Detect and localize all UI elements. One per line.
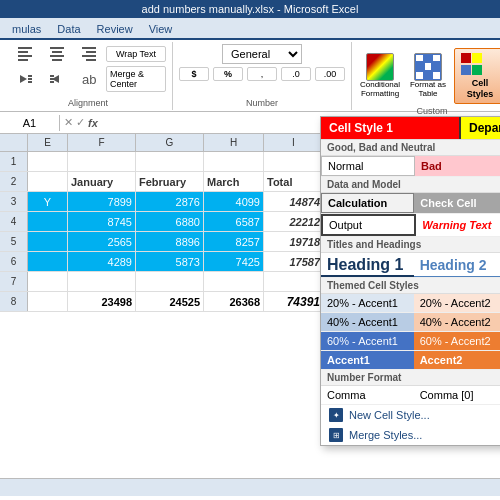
col-header-F[interactable]: F xyxy=(68,134,136,151)
merge-styles-link[interactable]: ⊞ Merge Styles... xyxy=(321,425,500,445)
dp-check-cell-item[interactable]: Check Cell xyxy=(414,193,500,213)
tab-formulas[interactable]: mulas xyxy=(4,20,49,38)
cell-f8[interactable]: 23498 xyxy=(68,292,136,311)
cell-f4[interactable]: 8745 xyxy=(68,212,136,231)
dp-accent2-item[interactable]: Accent2 xyxy=(414,351,500,369)
dp-row-data-model: Calculation Check Cell Ex xyxy=(321,193,500,214)
cell-h4[interactable]: 6587 xyxy=(204,212,264,231)
cell-f5[interactable]: 2565 xyxy=(68,232,136,251)
cell-i2[interactable]: Total xyxy=(264,172,324,191)
dp-40acc1-item[interactable]: 40% - Accent1 xyxy=(321,313,414,331)
cell-h3[interactable]: 4099 xyxy=(204,192,264,211)
department-item[interactable]: Department xyxy=(461,117,500,139)
align-right-btn[interactable] xyxy=(74,44,104,64)
currency-btn[interactable]: $ xyxy=(179,67,209,81)
tab-view[interactable]: View xyxy=(141,20,181,38)
increase-decimal-btn[interactable]: .00 xyxy=(315,67,345,81)
dp-60acc2-item[interactable]: 60% - Accent2 xyxy=(414,332,500,350)
alignment-label: Alignment xyxy=(68,96,108,108)
cell-i3[interactable]: 14874 xyxy=(264,192,324,211)
insert-function-icon[interactable]: fx xyxy=(88,117,98,129)
dp-60acc1-item[interactable]: 60% - Accent1 xyxy=(321,332,414,350)
merge-center-btn[interactable]: Merge & Center xyxy=(106,66,166,92)
cell-style1-item[interactable]: Cell Style 1 xyxy=(321,117,461,139)
dp-bad-item[interactable]: Bad xyxy=(415,156,500,176)
cell-f2[interactable]: January xyxy=(68,172,136,191)
dp-normal-item[interactable]: Normal xyxy=(321,156,415,176)
cell-i1[interactable] xyxy=(264,152,324,171)
percent-btn[interactable]: % xyxy=(213,67,243,81)
confirm-formula-icon[interactable]: ✓ xyxy=(76,116,85,129)
comma-btn[interactable]: , xyxy=(247,67,277,81)
cell-f6[interactable]: 4289 xyxy=(68,252,136,271)
cell-e6[interactable] xyxy=(28,252,68,271)
cell-e4[interactable] xyxy=(28,212,68,231)
dp-heading1-item[interactable]: Heading 1 xyxy=(321,253,414,277)
tab-data[interactable]: Data xyxy=(49,20,88,38)
dp-accent1-item[interactable]: Accent1 xyxy=(321,351,414,369)
cell-h7[interactable] xyxy=(204,272,264,291)
cell-e7[interactable] xyxy=(28,272,68,291)
dp-comma0-item[interactable]: Comma [0] xyxy=(414,386,500,404)
col-header-I[interactable]: I xyxy=(264,134,324,151)
alignment-group: Wrap Text ab Merge & Center Alignment xyxy=(4,42,173,110)
cell-e3[interactable]: Y xyxy=(28,192,68,211)
col-header-G[interactable]: G xyxy=(136,134,204,151)
cell-g4[interactable]: 6880 xyxy=(136,212,204,231)
cell-h2[interactable]: March xyxy=(204,172,264,191)
cell-i7[interactable] xyxy=(264,272,324,291)
cell-f1[interactable] xyxy=(68,152,136,171)
decrease-decimal-btn[interactable]: .0 xyxy=(281,67,311,81)
cell-i4[interactable]: 22212 xyxy=(264,212,324,231)
dp-calculation-item[interactable]: Calculation xyxy=(321,193,414,213)
align-center-btn[interactable] xyxy=(42,44,72,64)
dp-output-item[interactable]: Output xyxy=(321,214,416,236)
dp-20acc2-item[interactable]: 20% - Accent2 xyxy=(414,294,500,312)
cancel-formula-icon[interactable]: ✕ xyxy=(64,116,73,129)
dp-warning-text-item[interactable]: Warning Text xyxy=(416,214,500,236)
cell-h6[interactable]: 7425 xyxy=(204,252,264,271)
cell-e5[interactable] xyxy=(28,232,68,251)
cell-e1[interactable] xyxy=(28,152,68,171)
cell-h1[interactable] xyxy=(204,152,264,171)
align-top-left-btn[interactable] xyxy=(10,44,40,64)
dp-heading2-item[interactable]: Heading 2 xyxy=(414,253,500,277)
text-direction-btn[interactable]: ab xyxy=(74,69,104,89)
name-box[interactable]: A1 xyxy=(0,115,60,131)
cell-i8[interactable]: 74391 xyxy=(264,292,324,311)
cell-i6[interactable]: 17587 xyxy=(264,252,324,271)
tab-review[interactable]: Review xyxy=(89,20,141,38)
col-header-E[interactable]: E xyxy=(28,134,68,151)
col-header-H[interactable]: H xyxy=(204,134,264,151)
cell-g7[interactable] xyxy=(136,272,204,291)
cell-styles-btn[interactable]: Cell Styles xyxy=(454,48,500,104)
cell-g1[interactable] xyxy=(136,152,204,171)
cell-e8[interactable] xyxy=(28,292,68,311)
cell-g5[interactable]: 8896 xyxy=(136,232,204,251)
cell-e2[interactable] xyxy=(28,172,68,191)
cell-styles-label: Cell Styles xyxy=(467,78,494,99)
wrap-text-btn[interactable]: Wrap Text xyxy=(106,46,166,62)
format-table-label: Format as Table xyxy=(409,81,447,99)
format-as-table-btn[interactable]: Format as Table xyxy=(406,51,450,101)
cell-g2[interactable]: February xyxy=(136,172,204,191)
dp-40acc2-item[interactable]: 40% - Accent2 xyxy=(414,313,500,331)
cell-g3[interactable]: 2876 xyxy=(136,192,204,211)
merge-center-label: Merge & Center xyxy=(110,69,162,89)
cell-h5[interactable]: 8257 xyxy=(204,232,264,251)
indent-less-btn[interactable] xyxy=(10,69,40,89)
dp-comma-item[interactable]: Comma xyxy=(321,386,414,404)
cell-f7[interactable] xyxy=(68,272,136,291)
cell-i5[interactable]: 19718 xyxy=(264,232,324,251)
conditional-formatting-btn[interactable]: Conditional Formatting xyxy=(358,51,402,101)
indent-more-btn[interactable] xyxy=(42,69,72,89)
number-format-dropdown[interactable]: General xyxy=(222,44,302,64)
new-cell-style-icon: ✦ xyxy=(329,408,343,422)
dp-20acc1-item[interactable]: 20% - Accent1 xyxy=(321,294,414,312)
cell-g6[interactable]: 5873 xyxy=(136,252,204,271)
status-bar xyxy=(0,478,500,496)
new-cell-style-link[interactable]: ✦ New Cell Style... xyxy=(321,405,500,425)
cell-f3[interactable]: 7899 xyxy=(68,192,136,211)
cell-h8[interactable]: 26368 xyxy=(204,292,264,311)
cell-g8[interactable]: 24525 xyxy=(136,292,204,311)
